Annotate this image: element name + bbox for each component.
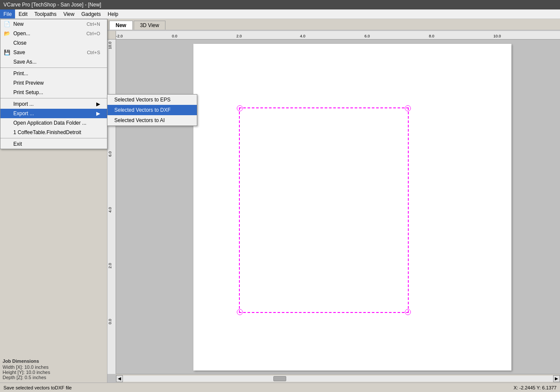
menu-save-as[interactable]: Save As... — [0, 57, 107, 67]
h-scroll-thumb[interactable] — [273, 376, 286, 381]
separator-2 — [0, 98, 107, 98]
menu-view[interactable]: View — [60, 9, 78, 18]
export-submenu: Selected Vectors to EPS Selected Vectors… — [107, 94, 197, 126]
export-ai[interactable]: Selected Vectors to AI — [107, 115, 197, 126]
menu-new[interactable]: 📄 New Ctrl+N — [0, 19, 107, 29]
menu-gadgets[interactable]: Gadgets — [78, 9, 104, 18]
job-depth: Depth [Z]: 0.5 inches — [3, 375, 104, 380]
menu-exit-label: Exit — [13, 141, 22, 147]
menu-print[interactable]: Print... — [0, 69, 107, 78]
menu-recent-file-label: 1 CoffeeTable.FinishedDetroit — [13, 129, 81, 135]
h-scroll-right[interactable]: ▶ — [553, 375, 560, 382]
separator-1 — [0, 67, 107, 68]
menu-file[interactable]: File — [0, 9, 15, 18]
export-arrow: ▶ — [96, 110, 100, 116]
menu-open[interactable]: 📂 Open... Ctrl+O — [0, 29, 107, 38]
h-scroll-track[interactable] — [123, 376, 553, 382]
export-eps[interactable]: Selected Vectors to EPS — [107, 95, 197, 105]
menu-export-label: Export ... — [13, 110, 34, 116]
menu-open-label: Open... — [13, 31, 30, 37]
ruler-left: 10.0 8.0 6.0 4.0 2.0 0.0 — [107, 40, 116, 374]
menu-bar: File Edit Toolpaths View Gadgets Help — [0, 9, 560, 19]
menu-print-setup[interactable]: Print Setup... — [0, 88, 107, 97]
export-dxf-label: Selected Vectors to DXF — [114, 107, 171, 113]
menu-toolpaths[interactable]: Toolpaths — [31, 9, 60, 18]
handle-br — [405, 309, 411, 315]
tab-3d-view[interactable]: 3D View — [134, 21, 165, 30]
menu-edit[interactable]: Edit — [15, 9, 31, 18]
handle-bl — [237, 309, 243, 315]
job-width: Width [X]: 10.0 inches — [3, 364, 104, 370]
export-dxf[interactable]: Selected Vectors to DXF — [107, 105, 197, 115]
tab-new[interactable]: New — [109, 21, 133, 30]
menu-close-label: Close — [13, 40, 27, 46]
save-icon: 💾 — [4, 49, 10, 55]
menu-import-label: Import ... — [13, 101, 34, 107]
menu-open-shortcut: Ctrl+O — [86, 31, 100, 36]
spacer — [3, 144, 104, 357]
separator-3 — [0, 138, 107, 138]
status-right: X: -2.2445 Y: 6.1377 — [514, 385, 557, 390]
menu-save-as-label: Save As... — [13, 59, 37, 65]
menu-save[interactable]: 💾 Save Ctrl+S — [0, 48, 107, 57]
paper-white — [193, 44, 511, 371]
export-ai-label: Selected Vectors to AI — [114, 117, 165, 123]
menu-new-shortcut: Ctrl+N — [87, 21, 100, 27]
title-text: VCarve Pro [TechShop - San Jose] - [New] — [3, 2, 101, 8]
menu-exit[interactable]: Exit — [0, 139, 107, 149]
h-scroll-left[interactable]: ◀ — [116, 375, 123, 382]
menu-print-preview[interactable]: Print Preview — [0, 78, 107, 88]
job-dimensions: Job Dimensions Width [X]: 10.0 inches He… — [3, 358, 104, 380]
menu-print-preview-label: Print Preview — [13, 80, 44, 86]
menu-import[interactable]: Import ... ▶ — [0, 99, 107, 109]
export-eps-label: Selected Vectors to EPS — [114, 97, 171, 103]
new-icon: 📄 — [4, 21, 10, 27]
menu-new-label: New — [13, 21, 24, 27]
canvas-area[interactable]: New 3D View -2.0 0.0 2.0 4.0 6.0 8.0 10.… — [107, 19, 560, 383]
import-arrow: ▶ — [96, 101, 100, 107]
menu-export[interactable]: Export ... ▶ — [0, 109, 107, 118]
menu-recent-file[interactable]: 1 CoffeeTable.FinishedDetroit — [0, 128, 107, 137]
canvas-paper — [116, 40, 560, 374]
ruler-corner — [107, 31, 116, 40]
job-dims-title: Job Dimensions — [3, 358, 104, 364]
menu-print-label: Print... — [13, 70, 28, 77]
status-bar: Save selected vectors toDXF file X: -2.2… — [0, 383, 560, 392]
tab-bar: New 3D View — [107, 19, 560, 30]
menu-close[interactable]: Close — [0, 38, 107, 48]
menu-open-app-data[interactable]: Open Application Data Folder ... — [0, 118, 107, 128]
selection-rect — [239, 107, 409, 313]
menu-save-label: Save — [13, 49, 25, 55]
menu-open-app-data-label: Open Application Data Folder ... — [13, 120, 86, 126]
file-menu-dropdown: 📄 New Ctrl+N 📂 Open... Ctrl+O Close 💾 Sa… — [0, 19, 107, 149]
menu-print-setup-label: Print Setup... — [13, 89, 43, 95]
status-left: Save selected vectors toDXF file — [3, 385, 72, 390]
ruler-top: -2.0 0.0 2.0 4.0 6.0 8.0 10.0 — [116, 31, 560, 40]
handle-tr — [405, 105, 411, 111]
open-icon: 📂 — [4, 31, 10, 37]
menu-help[interactable]: Help — [104, 9, 122, 18]
title-bar: VCarve Pro [TechShop - San Jose] - [New] — [0, 0, 560, 9]
handle-tl — [237, 105, 243, 111]
job-height: Height [Y]: 10.0 inches — [3, 370, 104, 375]
menu-save-shortcut: Ctrl+S — [87, 50, 100, 55]
h-scrollbar[interactable]: ◀ ▶ — [116, 374, 560, 383]
